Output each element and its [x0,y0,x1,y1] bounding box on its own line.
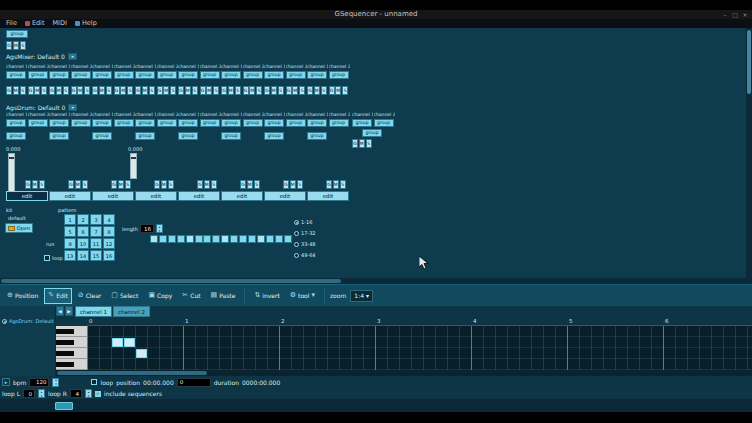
loop-checkbox[interactable] [91,379,97,385]
mute-toggle[interactable]: M [247,180,253,189]
pattern-pad[interactable]: 1 [64,214,76,225]
menu-item-help[interactable]: Help [71,19,101,28]
tab-nav-right-button[interactable]: ▶ [65,306,73,316]
mute-toggle[interactable]: M [34,86,40,95]
volume-fader[interactable] [8,153,15,195]
pattern-pad[interactable]: 2 [77,214,89,225]
group-toggle[interactable]: G [25,180,31,189]
solo-toggle[interactable]: S [168,180,174,189]
pattern-pad[interactable]: 16 [103,250,115,261]
group-button[interactable]: group [329,119,349,127]
solo-toggle[interactable]: S [366,139,372,148]
mute-toggle[interactable]: M [228,86,234,95]
loop-r-input[interactable]: 4 [70,389,82,398]
group-toggle[interactable]: G [286,86,292,95]
toolbar-select-button[interactable]: ▢Select [107,288,142,304]
group-button[interactable]: group [6,30,28,38]
group-toggle[interactable]: G [28,86,34,95]
mute-toggle[interactable]: M [206,86,212,95]
pattern-step[interactable] [248,235,256,243]
group-button[interactable]: group [135,71,155,79]
group-button[interactable]: group [307,71,327,79]
mute-toggle[interactable]: M [249,86,255,95]
solo-toggle[interactable]: S [254,180,260,189]
group-toggle[interactable]: G [154,180,160,189]
machine-radio-item[interactable]: AgsDrum: Default 0 [2,318,55,324]
spin-down-icon[interactable]: ▾ [159,229,161,233]
mute-toggle[interactable]: M [99,86,105,95]
mute-toggle[interactable]: M [77,86,83,95]
solo-toggle[interactable]: S [256,86,262,95]
pad-group-button[interactable]: group [135,132,155,140]
group-toggle[interactable]: G [6,41,12,50]
group-toggle[interactable]: G [307,86,313,95]
solo-toggle[interactable]: S [63,86,69,95]
group-toggle[interactable]: G [92,86,98,95]
black-key[interactable] [56,351,74,356]
close-button[interactable]: × [740,10,750,19]
toolbar-tool-button[interactable]: ⚙tool▾ [286,288,319,304]
group-toggle[interactable]: G [157,86,163,95]
mute-toggle[interactable]: M [290,180,296,189]
mute-toggle[interactable]: M [271,86,277,95]
chevron-down-icon[interactable]: ▾ [68,53,77,60]
group-button[interactable]: group [178,119,198,127]
solo-toggle[interactable]: S [127,86,133,95]
group-toggle[interactable]: G [352,139,358,148]
group-toggle[interactable]: G [221,86,227,95]
solo-toggle[interactable]: S [39,180,45,189]
pattern-pad[interactable]: 12 [103,238,115,249]
black-key[interactable] [56,340,74,345]
pattern-step[interactable] [186,235,194,243]
group-button[interactable]: group [49,119,69,127]
toolbar-copy-button[interactable]: ▣Copy [144,288,176,304]
group-button[interactable]: group [286,71,306,79]
black-key[interactable] [56,362,74,367]
mute-toggle[interactable]: M [359,139,365,148]
group-button[interactable]: group [71,119,91,127]
group-button[interactable]: group [352,119,372,127]
group-button[interactable]: group [157,71,177,79]
toolbar-position-button[interactable]: ⊕Position [3,288,42,304]
group-button[interactable]: group [374,119,394,127]
pattern-pad[interactable]: 4 [103,214,115,225]
minimize-button[interactable]: – [720,10,730,19]
toolbar-paste-button[interactable]: ▤Paste [207,288,240,304]
pattern-step[interactable] [257,235,265,243]
group-button[interactable]: group [200,119,220,127]
group-button[interactable]: group [329,71,349,79]
group-button[interactable]: group [221,119,241,127]
group-toggle[interactable]: G [178,86,184,95]
solo-toggle[interactable]: S [297,180,303,189]
group-button[interactable]: group [200,71,220,79]
group-toggle[interactable]: G [6,86,12,95]
scrollbar-thumb[interactable] [747,30,751,94]
solo-toggle[interactable]: S [235,86,241,95]
solo-toggle[interactable]: S [84,86,90,95]
pattern-step[interactable] [275,235,283,243]
spin-down-icon[interactable]: ▾ [55,382,57,386]
group-toggle[interactable]: G [326,180,332,189]
mute-toggle[interactable]: M [56,86,62,95]
pattern-pad[interactable]: 15 [90,250,102,261]
mute-toggle[interactable]: M [204,180,210,189]
pattern-pad[interactable]: 10 [77,238,89,249]
solo-toggle[interactable]: S [170,86,176,95]
solo-toggle[interactable]: S [340,180,346,189]
titlebar[interactable]: GSequencer - unnamed – □ × [0,10,752,19]
black-key[interactable] [56,329,74,334]
mute-toggle[interactable]: M [118,180,124,189]
group-button[interactable]: group [286,119,306,127]
vertical-scrollbar[interactable] [746,28,752,278]
group-toggle[interactable]: G [114,86,120,95]
group-button[interactable]: group [114,71,134,79]
pad-group-button[interactable]: group [264,132,284,140]
group-button[interactable]: group [28,119,48,127]
toolbar-edit-button[interactable]: ✎Edit [44,288,72,304]
solo-toggle[interactable]: S [106,86,112,95]
kit-name[interactable]: default [8,215,26,221]
group-button[interactable]: group [6,71,26,79]
volume-fader[interactable] [130,153,137,179]
mute-toggle[interactable]: M [185,86,191,95]
pattern-step[interactable] [284,235,292,243]
